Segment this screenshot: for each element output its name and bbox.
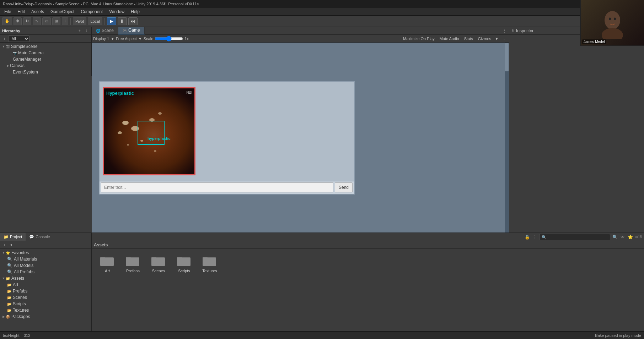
assets-toolbar: Assets [92,241,644,249]
console-tab-icon: 💬 [29,235,34,239]
assets-search-input[interactable] [539,234,610,240]
all-materials-item[interactable]: 🔍 All Materials [0,256,91,262]
asset-scenes[interactable]: Scenes [147,253,170,273]
all-models-item[interactable]: 🔍 All Models [0,262,91,269]
hier-add-btn[interactable]: + [1,36,7,42]
local-btn[interactable]: Local [88,17,102,25]
tab-scene[interactable]: 🌐 Scene [92,27,118,34]
menu-file[interactable]: File [1,9,14,15]
scenes-label: Scenes [13,295,27,300]
scenes-folder-svg [151,255,166,267]
project-add-btn[interactable]: + [1,242,7,248]
tree-item-gamemanager[interactable]: GameManager [0,56,91,62]
tree-item-samplescene[interactable]: ▼ 🎬 SampleScene [0,43,91,50]
asset-scripts[interactable]: Scripts [173,253,195,273]
gizmos-arrow: ▼ [495,37,499,41]
viewport-scrollbar[interactable] [505,43,509,233]
filter-btn[interactable]: 🔍 [612,234,618,240]
scale-tool-btn[interactable]: ⤡ [33,17,41,25]
menu-assets[interactable]: Assets [28,9,47,15]
transform-tool-btn[interactable]: ⊞ [52,17,60,25]
asset-art[interactable]: Art [96,253,119,273]
assets-arrow: ▼ [1,276,6,280]
medical-image: Hyperplastic NBI [103,87,195,175]
console-tab-label: Console [36,235,50,239]
hierarchy-menu-btn[interactable]: ⁝ [84,28,89,34]
play-btn[interactable]: ▶ [107,17,116,25]
mute-audio-btn[interactable]: Mute Audio [438,36,461,41]
game-window: Hyperplastic NBI [99,81,355,195]
custom-tool-btn[interactable]: ⁞ [62,17,68,25]
svg-rect-14 [203,258,216,266]
hier-filter-select[interactable]: All [8,35,29,42]
pivot-btn[interactable]: Pivot [73,17,86,25]
tree-item-maincamera[interactable]: 📷 Main Camera [0,50,91,56]
spot2 [118,131,122,134]
scenes-item[interactable]: 📂 Scenes [0,294,91,301]
all-prefabs-item[interactable]: 🔍 All Prefabs [0,269,91,275]
spot5 [127,144,129,146]
tree-item-canvas[interactable]: ▶ Canvas [0,62,91,69]
scene-tab-icon: 🌐 [96,29,100,33]
lock-btn[interactable]: 🔒 [524,234,531,240]
toolbar: ✋ ✥ ↻ ⤡ ▭ ⊞ ⁞ Pivot Local ▶ ⏸ ⏭ ☁ Plasti… [0,16,644,27]
scripts-item[interactable]: 📂 Scripts [0,301,91,307]
tree-item-eventsystem[interactable]: EventSystem [0,69,91,75]
textures-folder-icon: 📂 [7,308,11,312]
svg-rect-2 [100,258,114,266]
settings-btn[interactable]: ⋮ [532,234,538,240]
scale-slider[interactable] [155,36,183,41]
menu-gameobject[interactable]: GameObject [48,9,77,15]
rotate-tool-btn[interactable]: ↻ [23,17,31,25]
rect-tool-btn[interactable]: ▭ [42,17,51,25]
textures-item[interactable]: 📂 Textures [0,307,91,313]
eye-btn[interactable]: 👁 [620,234,626,240]
packages-item[interactable]: ▶ 📦 Packages [0,313,91,320]
menu-edit[interactable]: Edit [15,9,28,15]
svg-point-16 [602,28,623,39]
hierarchy-panel: Hierarchy + ⁝ + All [0,27,92,76]
pause-btn[interactable]: ⏸ [118,17,127,25]
chat-text-input[interactable] [101,182,333,192]
favorites-group[interactable]: ▼ ⭐ Favorites [0,250,91,256]
tab-game[interactable]: 🎮 Game [118,27,145,34]
star-btn[interactable]: ⭐ [627,234,634,240]
step-btn[interactable]: ⏭ [128,17,138,25]
menu-help[interactable]: Help [128,9,143,15]
webcam-overlay: James Medel [580,0,644,46]
game-more-btn[interactable]: ⋮ [501,36,508,41]
scripts-label: Scripts [13,301,26,306]
svg-rect-8 [151,258,165,266]
tab-console[interactable]: 💬 Console [26,233,53,241]
status-bar: texHeight = 312 Bake paused in play mode [0,331,644,339]
tab-project[interactable]: 📁 Project [0,233,26,241]
polyp-bounding-box [138,121,165,145]
tab-more-btn[interactable]: ⋮ [500,27,509,34]
project-tab-label: Project [10,235,22,239]
asset-prefabs[interactable]: Prefabs [122,253,144,273]
menu-window[interactable]: Window [106,9,127,15]
art-item[interactable]: 📂 Art [0,281,91,288]
search-icon2: 🔍 [7,263,12,268]
gizmos-btn[interactable]: Gizmos [477,36,493,41]
stats-btn[interactable]: Stats [463,36,474,41]
project-toggle-btn[interactable]: ◂ [8,242,14,248]
hierarchy-toolbar: + All [0,35,91,43]
move-tool-btn[interactable]: ✥ [14,17,22,25]
menu-bar: File Edit Assets GameObject Component Wi… [0,8,644,16]
hierarchy-content: ▼ 🎬 SampleScene 📷 Main Camera [0,43,91,76]
prefabs-folder-svg [126,255,140,267]
asset-textures[interactable]: Textures [198,253,221,273]
chat-input-area: Send [100,181,354,194]
send-button[interactable]: Send [335,182,353,192]
menu-component[interactable]: Component [78,9,106,15]
spot7 [158,112,162,115]
prefabs-item[interactable]: 📂 Prefabs [0,288,91,294]
maximize-play-btn[interactable]: Maximize On Play [402,36,436,41]
assets-header-bar: 🔒 ⋮ 🔍 👁 ⭐ ⊕18 [92,233,644,241]
hierarchy-add-btn[interactable]: + [77,28,82,34]
display-label: Display 1 [93,37,109,41]
hand-tool-btn[interactable]: ✋ [2,17,12,25]
assets-tree-item[interactable]: ▼ 📁 Assets [0,275,91,281]
face-silhouette [598,7,627,39]
